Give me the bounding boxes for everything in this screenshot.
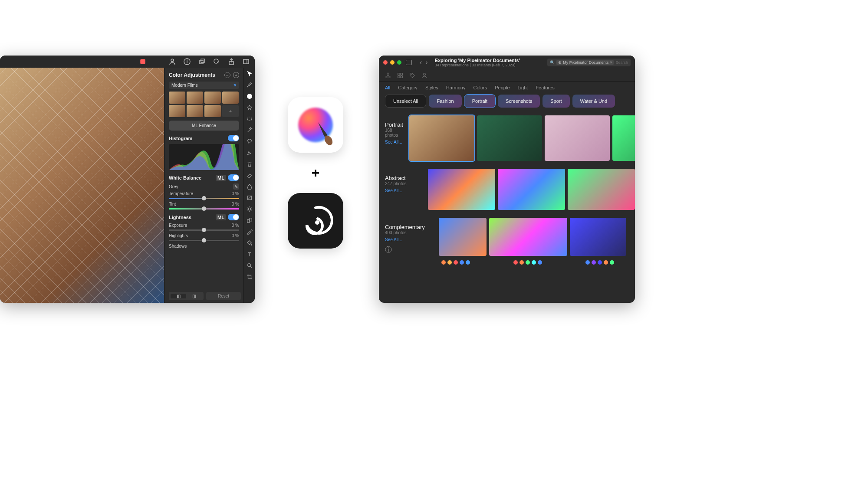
photo-thumb[interactable] bbox=[498, 169, 565, 210]
see-all-link[interactable]: See All... bbox=[385, 140, 402, 144]
photo-thumb[interactable] bbox=[568, 169, 635, 210]
record-icon[interactable] bbox=[139, 58, 146, 65]
zoom-dropdown-icon[interactable] bbox=[213, 58, 220, 65]
preset-dropdown[interactable]: Modern Films ⇅ bbox=[169, 82, 239, 89]
chip-sport[interactable]: Sport bbox=[542, 95, 569, 108]
traffic-lights[interactable] bbox=[383, 60, 401, 65]
color-dot bbox=[454, 260, 458, 265]
unselect-all-chip[interactable]: Unselect All bbox=[385, 95, 426, 108]
arrow-tool-icon[interactable] bbox=[246, 70, 253, 77]
star-tool-icon[interactable] bbox=[246, 104, 253, 111]
eraser-tool-icon[interactable] bbox=[246, 172, 253, 179]
chip-screenshots[interactable]: Screenshots bbox=[498, 95, 540, 108]
tab-light[interactable]: Light bbox=[518, 85, 528, 90]
tag-icon[interactable] bbox=[409, 72, 415, 79]
preset-thumb[interactable] bbox=[187, 92, 203, 104]
photo-thumb[interactable] bbox=[439, 218, 487, 256]
tab-harmony[interactable]: Harmony bbox=[446, 85, 466, 90]
ml-enhance-button[interactable]: ML Enhance bbox=[169, 121, 239, 131]
histogram-toggle[interactable] bbox=[228, 135, 239, 141]
bucket-tool-icon[interactable] bbox=[246, 239, 253, 246]
tab-all[interactable]: All bbox=[385, 85, 390, 90]
gradient-tool-icon[interactable] bbox=[246, 194, 253, 201]
temperature-slider[interactable] bbox=[169, 198, 239, 199]
color-dot bbox=[592, 260, 596, 265]
svg-point-4 bbox=[187, 60, 187, 60]
pixelmator-window: Color Adjustments − + Modern Films ⇅ bbox=[0, 56, 255, 303]
color-adjust-tool-icon[interactable] bbox=[246, 93, 253, 100]
photo-thumb[interactable] bbox=[570, 218, 626, 256]
tab-colors[interactable]: Colors bbox=[473, 85, 487, 90]
highlights-value: 0 % bbox=[232, 233, 239, 238]
see-all-link[interactable]: See All... bbox=[385, 188, 402, 193]
crop-tool-icon[interactable] bbox=[246, 273, 253, 280]
search-token[interactable]: ⊕My Pixelmator Documents× bbox=[556, 60, 614, 65]
ml-badge[interactable]: ML bbox=[216, 175, 226, 181]
lasso-tool-icon[interactable] bbox=[246, 138, 253, 145]
svg-point-24 bbox=[389, 76, 391, 78]
tint-slider[interactable] bbox=[169, 208, 239, 210]
hierarchy-icon[interactable] bbox=[385, 72, 391, 79]
white-balance-toggle[interactable] bbox=[228, 174, 239, 181]
tab-category[interactable]: Category bbox=[398, 85, 418, 90]
collapse-icon[interactable]: − bbox=[224, 72, 230, 78]
forward-icon[interactable]: › bbox=[425, 59, 427, 66]
colors-icon[interactable] bbox=[154, 58, 161, 65]
photo-thumb[interactable] bbox=[612, 115, 635, 161]
photo-thumb[interactable] bbox=[489, 218, 567, 256]
preset-thumb[interactable] bbox=[204, 105, 221, 117]
eyedropper-tool-icon[interactable] bbox=[246, 228, 253, 235]
brightness-tool-icon[interactable] bbox=[246, 206, 253, 213]
tab-people[interactable]: People bbox=[495, 85, 510, 90]
share-icon[interactable] bbox=[228, 58, 235, 65]
duplicate-icon[interactable] bbox=[198, 58, 205, 65]
person-icon[interactable] bbox=[169, 58, 176, 65]
zoom-tool-icon[interactable] bbox=[246, 262, 253, 269]
split-compare-button[interactable]: ◧ ◨ bbox=[169, 292, 204, 300]
trash-tool-icon[interactable] bbox=[246, 160, 253, 167]
photo-thumb[interactable] bbox=[428, 169, 495, 210]
color-dot bbox=[526, 260, 530, 265]
search-field[interactable]: 🔍 ⊕My Pixelmator Documents× Search bbox=[547, 59, 631, 66]
preset-thumb[interactable] bbox=[169, 105, 185, 117]
add-preset-button[interactable]: + bbox=[222, 105, 239, 117]
reset-button[interactable]: Reset bbox=[206, 292, 241, 300]
see-all-link[interactable]: See All... bbox=[385, 237, 402, 242]
photo-thumb[interactable] bbox=[477, 115, 542, 161]
chip-portrait[interactable]: Portrait bbox=[464, 95, 495, 108]
canvas-image[interactable] bbox=[0, 68, 164, 303]
tab-styles[interactable]: Styles bbox=[425, 85, 438, 90]
add-adjustment-icon[interactable]: + bbox=[233, 72, 239, 78]
wand-tool-icon[interactable] bbox=[246, 127, 253, 134]
lightness-toggle[interactable] bbox=[228, 214, 239, 220]
brush-tool-icon[interactable] bbox=[246, 82, 253, 88]
preset-thumb[interactable] bbox=[204, 92, 221, 104]
type-tool-icon[interactable] bbox=[246, 251, 253, 258]
chip-fashion[interactable]: Fashion bbox=[429, 95, 461, 108]
grid-icon[interactable] bbox=[397, 72, 403, 79]
chip-water[interactable]: Water & Und bbox=[572, 95, 615, 108]
clone-tool-icon[interactable] bbox=[246, 217, 253, 224]
eyedropper-icon[interactable]: ✎ bbox=[233, 183, 239, 190]
preset-thumb[interactable] bbox=[222, 92, 239, 104]
smudge-tool-icon[interactable] bbox=[246, 183, 253, 190]
svg-point-19 bbox=[247, 264, 250, 267]
photo-thumb[interactable] bbox=[409, 115, 474, 161]
marquee-tool-icon[interactable] bbox=[246, 115, 253, 122]
highlights-slider[interactable] bbox=[169, 240, 239, 241]
photo-thumb[interactable] bbox=[545, 115, 610, 161]
preset-thumb[interactable] bbox=[187, 105, 203, 117]
info-icon[interactable] bbox=[184, 58, 191, 65]
preset-name: Modern Films bbox=[171, 83, 198, 88]
sidebar-icon[interactable] bbox=[243, 58, 250, 65]
preset-thumb[interactable] bbox=[169, 92, 185, 104]
pen-tool-icon[interactable] bbox=[246, 149, 253, 156]
ml-badge[interactable]: ML bbox=[216, 214, 226, 220]
info-icon[interactable]: ⓘ bbox=[385, 246, 433, 255]
sidebar-toggle-icon[interactable] bbox=[406, 60, 412, 65]
tab-features[interactable]: Features bbox=[536, 85, 554, 90]
people-icon[interactable] bbox=[421, 72, 427, 79]
exposure-slider[interactable] bbox=[169, 229, 239, 231]
wb-mode[interactable]: Grey bbox=[169, 184, 178, 189]
back-icon[interactable]: ‹ bbox=[420, 59, 422, 66]
